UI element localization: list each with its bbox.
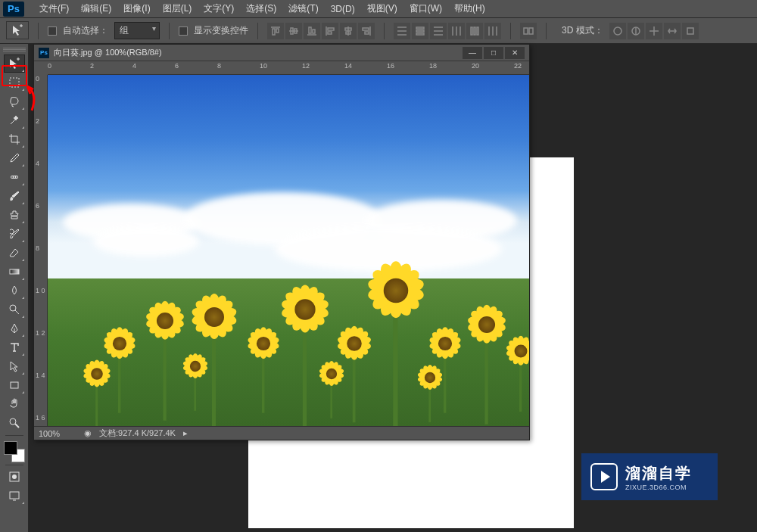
- lasso-tool[interactable]: [4, 92, 25, 110]
- auto-align-icon[interactable]: [520, 23, 537, 39]
- doc-info: 文档:927.4 K/927.4K: [99, 428, 176, 439]
- svg-rect-40: [687, 28, 693, 34]
- brush-tool[interactable]: [4, 187, 25, 205]
- tool-panel: [0, 44, 29, 532]
- menu-3d[interactable]: 3D(D): [325, 2, 361, 17]
- dist-left-icon[interactable]: [448, 23, 465, 39]
- magic-wand-tool[interactable]: [4, 111, 25, 129]
- zoom-tool[interactable]: [4, 414, 25, 432]
- svg-rect-30: [471, 27, 472, 35]
- divider: [257, 23, 258, 39]
- align-right-icon[interactable]: [358, 23, 375, 39]
- svg-rect-10: [328, 28, 334, 30]
- quickmask-tool[interactable]: [4, 468, 25, 486]
- svg-rect-7: [309, 27, 311, 33]
- 3d-orbit-icon[interactable]: [609, 23, 626, 39]
- color-swatches[interactable]: [4, 441, 25, 462]
- menubar: Ps 文件(F) 编辑(E) 图像(I) 图层(L) 文字(Y) 选择(S) 滤…: [0, 0, 757, 18]
- brand-badge: 溜溜自学 ZIXUE.3D66.COM: [581, 453, 718, 500]
- screenmode-tool[interactable]: [4, 487, 25, 505]
- align-hcenter-icon[interactable]: [340, 23, 357, 39]
- 3d-slide-icon[interactable]: [664, 23, 681, 39]
- 3d-roll-icon[interactable]: [628, 23, 644, 39]
- statusbar-icon[interactable]: ◉: [84, 428, 92, 438]
- menu-type[interactable]: 文字(Y): [198, 0, 240, 17]
- eyedropper-tool[interactable]: [4, 149, 25, 167]
- foreground-color-swatch[interactable]: [4, 441, 17, 455]
- distribute-group: [394, 23, 501, 39]
- show-transform-checkbox[interactable]: [179, 26, 188, 36]
- menu-file[interactable]: 文件(F): [33, 0, 75, 17]
- svg-rect-31: [474, 27, 475, 35]
- divider: [546, 23, 547, 39]
- menu-image[interactable]: 图像(I): [117, 0, 156, 17]
- menu-help[interactable]: 帮助(H): [448, 0, 491, 17]
- minimize-button[interactable]: —: [463, 47, 482, 59]
- play-icon: [590, 463, 618, 490]
- window-controls: — □ ✕: [463, 47, 525, 59]
- marquee-tool[interactable]: [4, 73, 25, 92]
- dist-vcenter-icon[interactable]: [412, 23, 428, 39]
- menu-layer[interactable]: 图层(L): [157, 0, 198, 17]
- vertical-ruler[interactable]: 0 2 4 6 8 1 0 1 2 1 4 1 6: [34, 75, 48, 426]
- hand-tool[interactable]: [4, 395, 25, 413]
- dist-right-icon[interactable]: [484, 23, 501, 39]
- menu-select[interactable]: 选择(S): [240, 0, 282, 17]
- horizontal-ruler[interactable]: 0 2 4 6 8 10 12 14 16 18 20 22: [48, 61, 529, 75]
- type-tool[interactable]: [4, 338, 25, 356]
- align-top-icon[interactable]: [267, 23, 284, 39]
- auto-select-dropdown[interactable]: 组: [114, 22, 160, 39]
- canvas-image[interactable]: [48, 75, 529, 426]
- menu-edit[interactable]: 编辑(E): [75, 0, 117, 17]
- rectangle-tool[interactable]: [4, 376, 25, 394]
- blur-tool[interactable]: [4, 282, 25, 300]
- 3d-scale-icon[interactable]: [682, 23, 699, 39]
- pen-tool[interactable]: [4, 319, 25, 338]
- brand-main-text: 溜溜自学: [625, 463, 692, 484]
- divider: [38, 23, 39, 39]
- menu-window[interactable]: 窗口(W): [403, 0, 448, 17]
- menu-view[interactable]: 视图(V): [361, 0, 403, 17]
- divider: [169, 23, 170, 39]
- dist-bottom-icon[interactable]: [430, 23, 447, 39]
- close-button[interactable]: ✕: [505, 47, 525, 59]
- tool-separator: [5, 465, 23, 465]
- document-icon: Ps: [39, 48, 49, 58]
- path-select-tool[interactable]: [4, 357, 25, 375]
- document-statusbar: 100% ◉ 文档:927.4 K/927.4K ▸: [34, 426, 529, 440]
- svg-rect-21: [416, 27, 424, 29]
- current-tool-icon[interactable]: [6, 21, 29, 39]
- align-left-icon[interactable]: [322, 23, 338, 39]
- zoom-value[interactable]: 100%: [39, 429, 76, 438]
- document-titlebar[interactable]: Ps 向日葵.jpg @ 100%(RGB/8#) — □ ✕: [34, 45, 529, 61]
- svg-rect-8: [313, 30, 315, 33]
- crop-tool[interactable]: [4, 130, 25, 148]
- statusbar-flyout-icon[interactable]: ▸: [183, 428, 188, 438]
- svg-point-47: [10, 305, 16, 311]
- app-logo: Ps: [3, 2, 24, 17]
- clone-stamp-tool[interactable]: [4, 206, 25, 224]
- dist-hcenter-icon[interactable]: [466, 23, 483, 39]
- eraser-tool[interactable]: [4, 244, 25, 262]
- menu-filter[interactable]: 滤镜(T): [282, 0, 324, 17]
- svg-rect-46: [10, 269, 19, 274]
- document-title: 向日葵.jpg @ 100%(RGB/8#): [54, 47, 463, 58]
- tool-separator: [5, 435, 23, 436]
- brand-sub-text: ZIXUE.3D66.COM: [625, 484, 692, 491]
- dodge-tool[interactable]: [4, 300, 25, 319]
- move-tool[interactable]: [4, 54, 25, 73]
- maximize-button[interactable]: □: [484, 47, 503, 59]
- history-brush-tool[interactable]: [4, 225, 25, 243]
- show-transform-label: 显示变换控件: [194, 24, 248, 37]
- gradient-tool[interactable]: [4, 263, 25, 281]
- align-vcenter-icon[interactable]: [285, 23, 302, 39]
- document-window: Ps 向日葵.jpg @ 100%(RGB/8#) — □ ✕ 0 2 4 6 …: [33, 44, 530, 440]
- dist-top-icon[interactable]: [394, 23, 410, 39]
- spot-heal-tool[interactable]: [4, 168, 25, 186]
- 3d-pan-icon[interactable]: [646, 23, 662, 39]
- align-bottom-icon[interactable]: [304, 23, 320, 39]
- workspace: Ps 向日葵.jpg @ 100%(RGB/8#) — □ ✕ 0 2 4 6 …: [0, 44, 757, 532]
- panel-grip[interactable]: [3, 45, 26, 53]
- auto-select-checkbox[interactable]: [48, 26, 57, 36]
- svg-rect-17: [365, 32, 369, 34]
